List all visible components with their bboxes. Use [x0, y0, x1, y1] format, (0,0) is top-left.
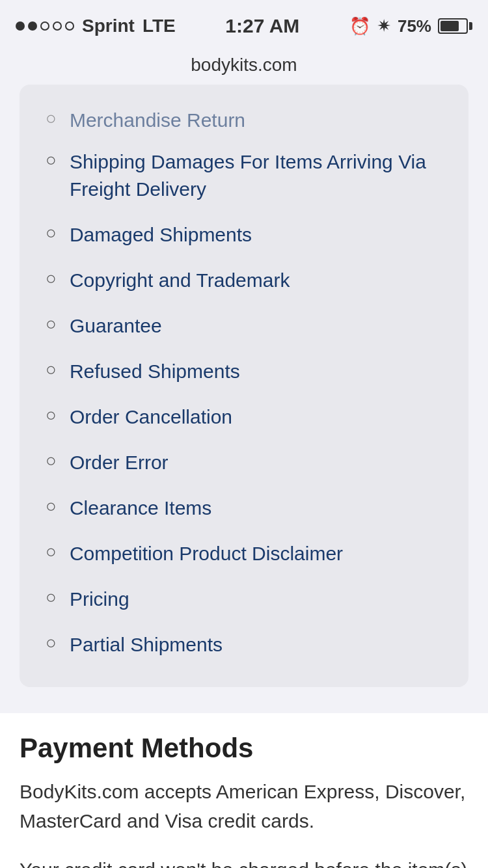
bullet-icon: ○ [46, 632, 57, 653]
toc-box: ○ Merchandise Return ○ Shipping Damages … [20, 85, 468, 687]
payment-methods-heading: Payment Methods [0, 713, 488, 777]
toc-link-guarantee[interactable]: Guarantee [70, 312, 162, 340]
carrier-label: Sprint [82, 16, 135, 36]
bullet-icon: ○ [46, 314, 57, 334]
list-item: ○ Damaged Shipments [20, 212, 468, 258]
network-label: LTE [142, 16, 176, 36]
payment-methods-body: BodyKits.com accepts American Express, D… [0, 777, 488, 868]
url-text: bodykits.com [191, 55, 297, 75]
toc-link-merchandise-return[interactable]: Merchandise Return [70, 107, 245, 134]
bluetooth-icon: ✴ [377, 16, 391, 36]
battery-body [438, 18, 468, 34]
toc-link-partial-shipments[interactable]: Partial Shipments [70, 631, 223, 658]
status-time: 1:27 AM [225, 15, 299, 37]
toc-link-copyright-trademark[interactable]: Copyright and Trademark [70, 267, 290, 294]
payment-paragraph-1: BodyKits.com accepts American Express, D… [20, 777, 468, 835]
signal-dot-1 [16, 21, 25, 31]
battery-fill [441, 21, 459, 31]
toc-link-shipping-damages[interactable]: Shipping Damages For Items Arriving Via … [70, 148, 442, 203]
list-item: ○ Competition Product Disclaimer [20, 531, 468, 576]
bullet-icon: ○ [46, 450, 57, 471]
toc-link-damaged-shipments[interactable]: Damaged Shipments [70, 221, 252, 249]
toc-link-order-error[interactable]: Order Error [70, 449, 169, 476]
clock-icon: ⏰ [349, 16, 370, 36]
payment-paragraph-2: Your credit card won't be charged before… [20, 855, 468, 868]
payment-methods-section: Payment Methods BodyKits.com accepts Ame… [0, 713, 488, 868]
toc-link-order-cancellation[interactable]: Order Cancellation [70, 403, 232, 431]
list-item: ○ Copyright and Trademark [20, 258, 468, 303]
toc-link-clearance-items[interactable]: Clearance Items [70, 495, 211, 522]
bullet-icon: ○ [46, 359, 57, 380]
list-item: ○ Order Error [20, 440, 468, 485]
bullet-icon: ○ [46, 150, 57, 170]
toc-link-refused-shipments[interactable]: Refused Shipments [70, 358, 240, 385]
battery-percent: 75% [398, 16, 431, 36]
status-right: ⏰ ✴ 75% [349, 16, 472, 36]
list-item: ○ Guarantee [20, 303, 468, 349]
toc-link-competition-disclaimer[interactable]: Competition Product Disclaimer [70, 540, 343, 567]
bullet-icon: ○ [46, 496, 57, 517]
status-left: Sprint LTE [16, 16, 176, 36]
bullet-icon: ○ [46, 587, 57, 608]
bullet-icon: ○ [46, 405, 57, 426]
bullet-icon: ○ [46, 541, 57, 562]
signal-dots [16, 21, 74, 31]
list-item: ○ Refused Shipments [20, 349, 468, 394]
signal-dot-2 [28, 21, 37, 31]
url-bar: bodykits.com [0, 52, 488, 85]
signal-dot-3 [40, 21, 49, 31]
toc-link-pricing[interactable]: Pricing [70, 586, 129, 613]
main-content: ○ Merchandise Return ○ Shipping Damages … [0, 85, 488, 868]
status-bar: Sprint LTE 1:27 AM ⏰ ✴ 75% [0, 0, 488, 52]
list-item: ○ Shipping Damages For Items Arriving Vi… [20, 139, 468, 212]
bullet-icon: ○ [46, 108, 57, 129]
list-item: ○ Order Cancellation [20, 394, 468, 440]
bullet-icon: ○ [46, 223, 57, 243]
list-item: ○ Pricing [20, 576, 468, 622]
signal-dot-4 [53, 21, 62, 31]
bullet-icon: ○ [46, 268, 57, 289]
list-item: ○ Clearance Items [20, 485, 468, 531]
battery-tip [469, 22, 472, 30]
list-item: ○ Merchandise Return [20, 104, 468, 139]
list-item: ○ Partial Shipments [20, 622, 468, 668]
battery-icon [438, 18, 472, 34]
signal-dot-5 [65, 21, 74, 31]
